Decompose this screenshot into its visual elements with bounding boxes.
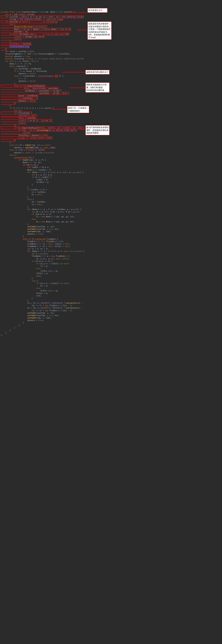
annotation-2: 虽然该段代码未被保护，但是在外围进行保护的，只有第一个线程调用该方法的时候nex… — [88, 22, 112, 40]
annotation-6: 参与扩容的线程未全部结束时，其他线程完成任务后的处理逻辑 — [85, 125, 109, 135]
arrow-4 — [69, 88, 85, 88]
line: if ((stride = (NCPU > 1) ? (n >>> 3) / N… — [1, 16, 84, 21]
code-viewer: private final void transfer(Node<K,V>[] … — [0, 7, 222, 369]
annotation-1: 对任务进行分片 — [88, 8, 107, 12]
arrow-1 — [67, 12, 87, 12]
arrow-5 — [52, 109, 67, 109]
arrow-2 — [77, 30, 87, 30]
arrow-3 — [62, 72, 85, 72]
arrow-6 — [81, 129, 85, 130]
annotation-5: 收尾工作，只有最后一个线程来执行 — [67, 106, 89, 113]
annotation-3: 全部任务已经分配出去了 — [85, 70, 109, 74]
line: int n = tab.length, stride; — [1, 14, 35, 16]
annotation-4: 获取本次线程的分片范围，同时CAS更新transferIndex属性值 — [85, 82, 109, 92]
line: private final void transfer(Node<K,V>[] … — [1, 11, 75, 13]
line: if (nextTab == null) { // initiating try… — [1, 20, 71, 50]
